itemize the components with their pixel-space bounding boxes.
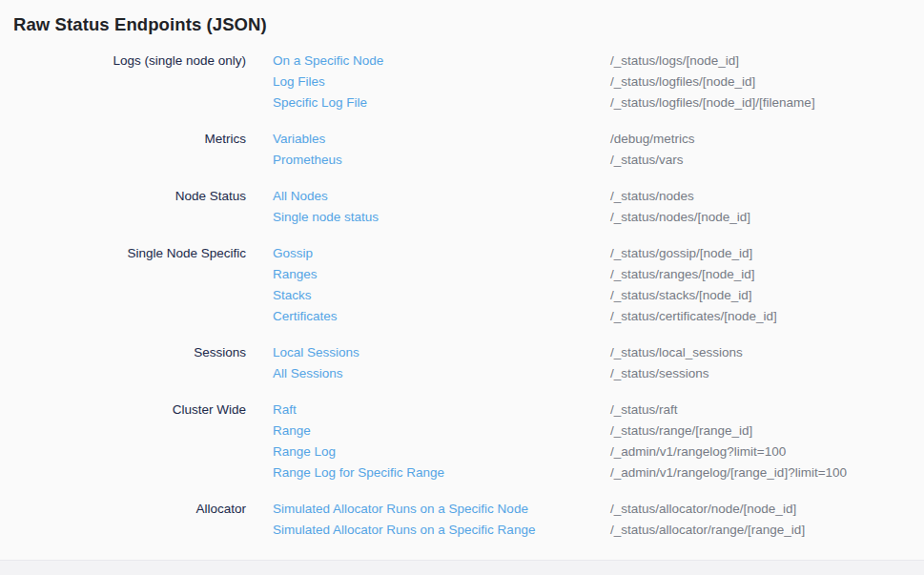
section-entries: Gossip /_status/gossip/[node_id] Ranges … <box>273 243 924 327</box>
endpoint-path: /_status/logs/[node_id] <box>610 51 924 72</box>
endpoint-path: /_status/gossip/[node_id] <box>610 243 924 264</box>
endpoint-row: Simulated Allocator Runs on a Specific N… <box>273 499 924 520</box>
endpoint-link[interactable]: Range Log <box>273 442 610 462</box>
endpoint-link[interactable]: All Sessions <box>273 363 610 384</box>
endpoint-path: /_status/local_sessions <box>610 342 924 363</box>
endpoint-row: Range Log /_admin/v1/rangelog?limit=100 <box>273 442 924 462</box>
endpoint-path: /_status/stacks/[node_id] <box>610 285 924 306</box>
endpoint-section: Logs (single node only) On a Specific No… <box>0 51 924 113</box>
endpoint-row: On a Specific Node /_status/logs/[node_i… <box>273 51 924 72</box>
endpoint-path: /_status/allocator/node/[node_id] <box>610 499 924 520</box>
section-entries: Raft /_status/raft Range /_status/range/… <box>273 400 924 483</box>
endpoint-row: Range Log for Specific Range /_admin/v1/… <box>273 462 924 483</box>
endpoint-path: /_status/logfiles/[node_id] <box>610 72 924 92</box>
endpoint-link[interactable]: Range <box>273 421 610 442</box>
endpoint-link[interactable]: Local Sessions <box>273 342 610 363</box>
raw-status-endpoints-page: Raw Status Endpoints (JSON) Logs (single… <box>0 14 924 541</box>
endpoint-path: /_status/raft <box>610 400 924 421</box>
section-category-label: Logs (single node only) <box>0 51 273 113</box>
endpoint-path: /_status/sessions <box>610 363 924 384</box>
endpoint-row: Single node status /_status/nodes/[node_… <box>273 207 924 228</box>
endpoint-link[interactable]: All Nodes <box>273 186 610 207</box>
endpoint-section: Metrics Variables /debug/metrics Prometh… <box>0 129 924 171</box>
endpoint-row: Range /_status/range/[range_id] <box>273 421 924 442</box>
endpoint-path: /_status/allocator/range/[range_id] <box>610 520 924 541</box>
endpoint-path: /_status/nodes <box>610 186 924 207</box>
endpoint-row: Ranges /_status/ranges/[node_id] <box>273 264 924 285</box>
endpoint-path: /_admin/v1/rangelog?limit=100 <box>610 442 924 462</box>
endpoint-link[interactable]: Prometheus <box>273 150 610 171</box>
section-entries: Local Sessions /_status/local_sessions A… <box>273 342 924 384</box>
endpoint-row: Simulated Allocator Runs on a Specific R… <box>273 520 924 541</box>
endpoint-path: /_status/range/[range_id] <box>610 421 924 442</box>
section-entries: Variables /debug/metrics Prometheus /_st… <box>273 129 924 171</box>
endpoint-path: /debug/metrics <box>610 129 924 150</box>
endpoint-link[interactable]: Log Files <box>273 72 610 92</box>
footer-strip <box>0 560 924 575</box>
endpoint-link[interactable]: Raft <box>273 400 610 421</box>
endpoint-row: All Sessions /_status/sessions <box>273 363 924 384</box>
endpoint-link[interactable]: Ranges <box>273 264 610 285</box>
endpoint-link[interactable]: On a Specific Node <box>273 51 610 72</box>
page-title: Raw Status Endpoints (JSON) <box>13 14 924 35</box>
endpoint-row: Prometheus /_status/vars <box>273 150 924 171</box>
endpoint-row: Local Sessions /_status/local_sessions <box>273 342 924 363</box>
endpoint-link[interactable]: Gossip <box>273 243 610 264</box>
endpoint-link[interactable]: Certificates <box>273 306 610 327</box>
endpoint-row: Raft /_status/raft <box>273 400 924 421</box>
section-category-label: Single Node Specific <box>0 243 273 327</box>
endpoint-row: Certificates /_status/certificates/[node… <box>273 306 924 327</box>
endpoint-section: Allocator Simulated Allocator Runs on a … <box>0 499 924 541</box>
endpoint-row: All Nodes /_status/nodes <box>273 186 924 207</box>
endpoint-path: /_status/certificates/[node_id] <box>610 306 924 327</box>
endpoint-link[interactable]: Variables <box>273 129 610 150</box>
endpoint-row: Variables /debug/metrics <box>273 129 924 150</box>
endpoint-link[interactable]: Range Log for Specific Range <box>273 462 610 483</box>
endpoint-path: /_admin/v1/rangelog/[range_id]?limit=100 <box>610 462 924 483</box>
endpoint-link[interactable]: Single node status <box>273 207 610 228</box>
endpoint-row: Log Files /_status/logfiles/[node_id] <box>273 72 924 92</box>
endpoint-row: Stacks /_status/stacks/[node_id] <box>273 285 924 306</box>
section-category-label: Allocator <box>0 499 273 541</box>
endpoint-link[interactable]: Stacks <box>273 285 610 306</box>
endpoint-path: /_status/nodes/[node_id] <box>610 207 924 228</box>
endpoint-path: /_status/ranges/[node_id] <box>610 264 924 285</box>
section-entries: Simulated Allocator Runs on a Specific N… <box>273 499 924 541</box>
endpoint-section: Sessions Local Sessions /_status/local_s… <box>0 342 924 384</box>
endpoint-path: /_status/vars <box>610 150 924 171</box>
endpoints-table: Logs (single node only) On a Specific No… <box>0 51 924 541</box>
endpoint-row: Specific Log File /_status/logfiles/[nod… <box>273 92 924 113</box>
section-category-label: Node Status <box>0 186 273 228</box>
section-category-label: Sessions <box>0 342 273 384</box>
endpoint-row: Gossip /_status/gossip/[node_id] <box>273 243 924 264</box>
endpoint-section: Node Status All Nodes /_status/nodes Sin… <box>0 186 924 228</box>
endpoint-link[interactable]: Simulated Allocator Runs on a Specific N… <box>273 499 610 520</box>
endpoint-section: Single Node Specific Gossip /_status/gos… <box>0 243 924 327</box>
endpoint-link[interactable]: Simulated Allocator Runs on a Specific R… <box>273 520 610 541</box>
section-entries: All Nodes /_status/nodes Single node sta… <box>273 186 924 228</box>
section-category-label: Cluster Wide <box>0 400 273 483</box>
section-category-label: Metrics <box>0 129 273 171</box>
endpoint-section: Cluster Wide Raft /_status/raft Range /_… <box>0 400 924 483</box>
section-entries: On a Specific Node /_status/logs/[node_i… <box>273 51 924 113</box>
endpoint-path: /_status/logfiles/[node_id]/[filename] <box>610 92 924 113</box>
endpoint-link[interactable]: Specific Log File <box>273 92 610 113</box>
